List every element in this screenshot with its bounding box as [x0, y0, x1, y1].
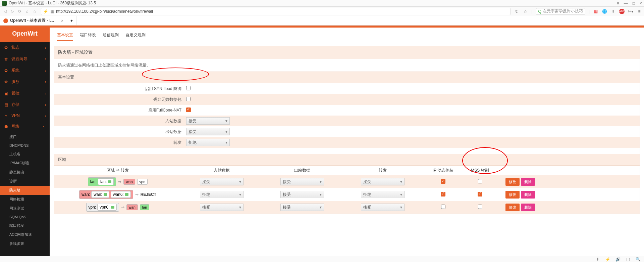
- checkbox-dropinvalid[interactable]: [186, 97, 191, 101]
- tab-basic[interactable]: 基本设置: [57, 32, 73, 41]
- caret-down-icon: ▾: [320, 179, 322, 184]
- select-zone-input[interactable]: 接受▾: [200, 204, 244, 211]
- ext-scissors-icon[interactable]: ✂▾: [628, 9, 633, 14]
- url-input[interactable]: [56, 9, 508, 14]
- subnav-firewall[interactable]: 防火墙: [0, 186, 50, 195]
- subnav-portforward[interactable]: 端口转发: [0, 221, 50, 230]
- sidebar: OpenWrt ✿状态› ✿设置向导› ✿系统› ✿服务› ▣管控› ▤存储› …: [0, 26, 50, 256]
- caret-down-icon: ▾: [225, 119, 227, 123]
- edit-button[interactable]: 修改: [505, 204, 520, 211]
- adblock-icon[interactable]: ABP: [619, 9, 625, 14]
- ext-download-icon[interactable]: ⬇: [610, 9, 616, 14]
- caret-down-icon: ▾: [400, 205, 402, 210]
- checkbox-synflood[interactable]: [186, 86, 191, 90]
- checkbox-masq[interactable]: [441, 192, 445, 196]
- favorite-icon[interactable]: ☆: [523, 9, 528, 14]
- checkbox-mss[interactable]: [478, 179, 482, 183]
- window-maximize-icon[interactable]: □: [633, 1, 635, 6]
- zones-table: 区域 ⇒ 转发 入站数据 出站数据 转发 IP 动态伪装 MSS 钳制 lan:…: [54, 166, 640, 214]
- window-minimize-icon[interactable]: —: [624, 1, 628, 6]
- nav-reload-icon[interactable]: ⟳: [17, 8, 23, 14]
- section-zones-header: 区域: [54, 154, 640, 166]
- nav-forward-icon[interactable]: ▷: [9, 8, 15, 14]
- nav-storage[interactable]: ▤存储›: [0, 99, 50, 111]
- site-info-icon[interactable]: ▦: [50, 9, 54, 14]
- nav-control[interactable]: ▣管控›: [0, 88, 50, 99]
- status-zoom-icon[interactable]: 🔍: [635, 257, 641, 262]
- label-input: 入站数据: [54, 118, 185, 124]
- tab-traffic[interactable]: 通信规则: [103, 32, 119, 41]
- status-speed-icon[interactable]: ⚡: [605, 257, 610, 262]
- window-close-icon[interactable]: ×: [640, 1, 642, 6]
- app-favicon: [2, 1, 7, 6]
- subnav-nettest[interactable]: 网速测试: [0, 204, 50, 213]
- tab-custom[interactable]: 自定义规则: [125, 32, 146, 41]
- checkbox-masq[interactable]: [441, 205, 445, 209]
- tab-close-icon[interactable]: ×: [61, 18, 63, 23]
- target-chip-wan: wan: [126, 204, 138, 210]
- subnav-multiwan[interactable]: 多线多拨: [0, 239, 50, 248]
- new-tab-button[interactable]: +: [67, 16, 76, 25]
- subnav-acc[interactable]: ACC网络加速: [0, 230, 50, 239]
- toolbar-separator: |: [589, 9, 590, 14]
- arrow-icon: ⇒: [135, 192, 139, 197]
- page-description: 防火墙通过在网络接口上创建区域来控制网络流量。: [54, 59, 640, 72]
- checkbox-mss[interactable]: [478, 205, 482, 209]
- nav-vpn[interactable]: ▿VPN›: [0, 111, 50, 121]
- nav-home-icon[interactable]: ⌂: [24, 8, 30, 14]
- ext-grid-icon[interactable]: ▦: [593, 9, 598, 14]
- delete-button[interactable]: 删除: [521, 204, 535, 211]
- nav-status[interactable]: ✿状态›: [0, 42, 50, 53]
- select-zone-output[interactable]: 接受▾: [280, 204, 324, 211]
- nav-system[interactable]: ✿系统›: [0, 65, 50, 76]
- select-input[interactable]: 接受▾: [186, 117, 230, 125]
- address-bar[interactable]: ⚡ ▦: [41, 8, 511, 15]
- edit-button[interactable]: 修改: [505, 191, 520, 199]
- delete-button[interactable]: 删除: [521, 191, 535, 199]
- status-split-icon[interactable]: ▢: [625, 257, 631, 262]
- network-icon: ⬢: [3, 124, 9, 129]
- nav-star-icon[interactable]: ☆: [32, 8, 38, 14]
- nav-wizard[interactable]: ✿设置向导›: [0, 53, 50, 65]
- checkbox-masq[interactable]: [441, 179, 445, 184]
- browser-search[interactable]: Q 在元宇宙学反诈小技巧: [536, 8, 585, 15]
- status-sound-icon[interactable]: 🔊: [615, 257, 621, 262]
- select-zone-forward[interactable]: 接受▾: [361, 178, 405, 185]
- select-zone-input[interactable]: 接受▾: [200, 178, 244, 185]
- select-zone-input[interactable]: 拒绝▾: [200, 191, 244, 198]
- tab-portforward[interactable]: 端口转发: [80, 32, 96, 41]
- subnav-hostnames[interactable]: 主机名: [0, 149, 50, 159]
- subnav-ipmac[interactable]: IP/MAC绑定: [0, 159, 50, 168]
- checkbox-fullcone[interactable]: [186, 107, 191, 112]
- delete-button[interactable]: 删除: [521, 178, 535, 186]
- arrow-icon: ⇒: [121, 205, 124, 210]
- select-zone-output[interactable]: 接受▾: [280, 191, 324, 198]
- checkbox-mss[interactable]: [478, 192, 482, 196]
- compat-icon[interactable]: ⚡: [43, 9, 48, 14]
- brand-logo[interactable]: OpenWrt: [0, 26, 50, 42]
- flash-icon[interactable]: ↯: [514, 9, 519, 14]
- ext-menu-icon[interactable]: ≡: [637, 9, 642, 14]
- iface-status-icon: [108, 180, 111, 183]
- browser-tab[interactable]: OpenWrt - 基本设置 - LuCI ×: [0, 16, 67, 25]
- select-zone-forward[interactable]: 接受▾: [361, 204, 405, 211]
- nav-services[interactable]: ✿服务›: [0, 76, 50, 88]
- row-dropinvalid: 丢弃无效数据包: [54, 94, 640, 105]
- nav-network[interactable]: ⬢网络⌄: [0, 121, 50, 132]
- ext-globe-icon[interactable]: 🌐: [602, 9, 607, 14]
- select-zone-output[interactable]: 接受▾: [280, 178, 324, 185]
- subnav-diagnostics[interactable]: 诊断: [0, 177, 50, 186]
- nav-back-icon[interactable]: ◁: [2, 8, 8, 14]
- select-zone-forward[interactable]: 拒绝▾: [361, 191, 405, 198]
- subnav-dhcp[interactable]: DHCP/DNS: [0, 141, 50, 149]
- select-forward[interactable]: 拒绝▾: [186, 139, 230, 146]
- subnav-interfaces[interactable]: 接口: [0, 132, 50, 141]
- select-output[interactable]: 接受▾: [186, 128, 230, 135]
- subnav-sqm[interactable]: SQM QoS: [0, 213, 50, 221]
- status-download-icon[interactable]: ⬇: [595, 257, 600, 262]
- subnav-routes[interactable]: 静态路由: [0, 168, 50, 177]
- edit-button[interactable]: 修改: [505, 178, 520, 186]
- main-content: 基本设置 端口转发 通信规则 自定义规则 防火墙 - 区域设置 防火墙通过在网络…: [50, 26, 644, 256]
- subnav-netspeed[interactable]: 网络检测: [0, 195, 50, 204]
- window-menu-icon[interactable]: ≡: [617, 1, 619, 6]
